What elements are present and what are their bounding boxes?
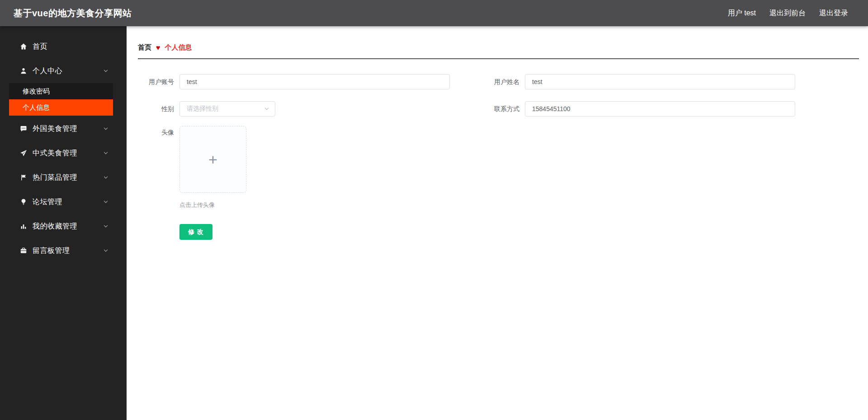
exit-to-front-link[interactable]: 退出到前台 [769, 9, 806, 18]
sidebar-item-label: 留言板管理 [33, 246, 70, 256]
sidebar-item-foreign-food[interactable]: 外国美食管理 [0, 117, 127, 141]
sidebar-item-label: 个人中心 [33, 66, 62, 76]
avatar-upload-box[interactable]: + [179, 126, 246, 193]
logout-link[interactable]: 退出登录 [819, 9, 848, 18]
modify-button[interactable]: 修 改 [179, 224, 212, 240]
heart-icon: ♥ [156, 44, 160, 51]
sidebar-subitem-personal-info[interactable]: 个人信息 [9, 99, 113, 116]
avatar-upload-tip: 点击上传头像 [179, 201, 859, 209]
personal-info-form: 用户账号 用户姓名 性别 请选择性别 联系方式 [138, 74, 859, 240]
chevron-down-icon [264, 106, 269, 112]
chat-icon [20, 125, 27, 132]
avatar-label: 头像 [138, 126, 179, 240]
breadcrumb-current: 个人信息 [165, 43, 192, 52]
chevron-down-icon [103, 68, 108, 74]
gender-label: 性别 [138, 101, 179, 117]
briefcase-icon [20, 247, 27, 254]
chevron-down-icon [103, 224, 108, 229]
sidebar-item-message-board[interactable]: 留言板管理 [0, 238, 127, 263]
chevron-down-icon [103, 248, 108, 253]
gender-select[interactable]: 请选择性别 [179, 101, 275, 117]
name-label: 用户姓名 [483, 74, 525, 89]
chevron-down-icon [103, 126, 108, 131]
phone-label: 联系方式 [483, 101, 525, 117]
send-icon [20, 149, 27, 157]
sidebar-item-home[interactable]: 首页 [0, 34, 127, 59]
bulb-icon [20, 198, 27, 205]
sidebar-subitem-change-password[interactable]: 修改密码 [9, 83, 113, 99]
sidebar-item-personal-center[interactable]: 个人中心 [0, 59, 127, 83]
sidebar-item-label: 外国美食管理 [33, 124, 77, 134]
sidebar-item-hot-dishes[interactable]: 热门菜品管理 [0, 165, 127, 190]
app-window: 基于vue的地方美食分享网站 用户 test 退出到前台 退出登录 首页 个人中… [0, 0, 868, 420]
personal-center-submenu: 修改密码 个人信息 [9, 83, 113, 116]
breadcrumb-divider [138, 58, 859, 59]
sidebar-item-chinese-food[interactable]: 中式美食管理 [0, 141, 127, 165]
sidebar-item-forum[interactable]: 论坛管理 [0, 190, 127, 214]
name-input[interactable] [525, 74, 795, 89]
gender-select-placeholder: 请选择性别 [187, 105, 218, 113]
home-icon [20, 43, 27, 50]
chevron-down-icon [103, 150, 108, 156]
chevron-down-icon [103, 175, 108, 180]
topbar-user-label[interactable]: 用户 test [728, 9, 756, 18]
sidebar-item-label: 我的收藏管理 [33, 222, 77, 231]
main-content: 首页 ♥ 个人信息 用户账号 用户姓名 性别 请选择性别 [127, 0, 868, 240]
account-label: 用户账号 [138, 74, 179, 89]
sidebar-item-label: 首页 [33, 42, 47, 51]
breadcrumb-home[interactable]: 首页 [138, 43, 151, 52]
app-title: 基于vue的地方美食分享网站 [0, 7, 132, 19]
plus-icon: + [208, 152, 217, 167]
flag-icon [20, 174, 27, 181]
bar-chart-icon [20, 223, 27, 230]
sidebar-item-label: 中式美食管理 [33, 149, 77, 158]
sidebar: 首页 个人中心 修改密码 个人信息 外国美食管理 [0, 26, 127, 420]
topbar-actions: 用户 test 退出到前台 退出登录 [728, 9, 868, 18]
account-input[interactable] [179, 74, 450, 89]
user-icon [20, 67, 27, 75]
topbar: 基于vue的地方美食分享网站 用户 test 退出到前台 退出登录 [0, 0, 868, 26]
sidebar-item-label: 论坛管理 [33, 197, 62, 207]
chevron-down-icon [103, 199, 108, 205]
phone-input[interactable] [525, 101, 795, 117]
avatar-row: 头像 + 点击上传头像 修 改 [138, 126, 859, 240]
breadcrumb: 首页 ♥ 个人信息 [138, 43, 859, 52]
sidebar-item-my-favorites[interactable]: 我的收藏管理 [0, 214, 127, 238]
sidebar-item-label: 热门菜品管理 [33, 173, 77, 182]
